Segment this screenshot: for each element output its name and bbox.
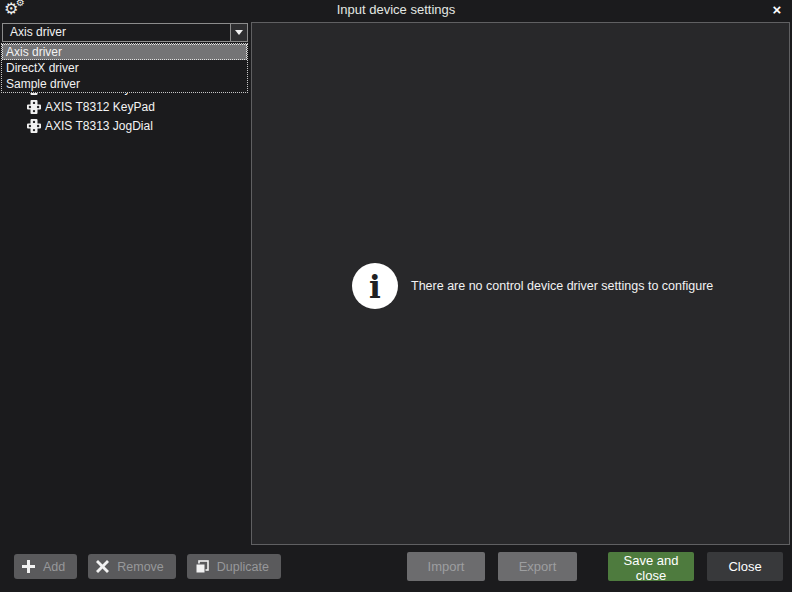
driver-option-directx[interactable]: DirectX driver [2, 60, 247, 76]
info-message: There are no control device driver setti… [411, 279, 713, 293]
add-button-label: Add [43, 560, 65, 574]
x-icon [96, 560, 109, 573]
tree-item-label: AXIS T8313 JogDial [45, 119, 153, 133]
title-bar: ⚙ ⚙ Input device settings × [0, 0, 792, 22]
driver-select-popup: Axis driver DirectX driver Sample driver [1, 43, 248, 93]
duplicate-button[interactable]: Duplicate [187, 554, 281, 579]
plus-icon [22, 560, 35, 573]
driver-select-dropdown-button[interactable] [230, 24, 247, 41]
add-button[interactable]: Add [14, 554, 77, 579]
copy-icon [195, 560, 209, 574]
remove-button[interactable]: Remove [88, 554, 176, 579]
dpad-icon [27, 119, 41, 133]
driver-settings-panel: i There are no control device driver set… [251, 22, 790, 545]
driver-select-value: Axis driver [10, 24, 66, 41]
window-close-icon[interactable]: × [769, 0, 785, 20]
remove-button-label: Remove [117, 560, 164, 574]
info-icon: i [352, 263, 398, 309]
export-button[interactable]: Export [498, 552, 577, 581]
tree-item-keypad[interactable]: AXIS T8312 KeyPad [0, 97, 250, 116]
info-message-row: i There are no control device driver set… [352, 263, 713, 309]
save-and-close-button[interactable]: Save and close [608, 552, 694, 581]
tree-item-jogdial[interactable]: AXIS T8313 JogDial [0, 116, 250, 135]
import-button[interactable]: Import [407, 552, 485, 581]
driver-select[interactable]: Axis driver [2, 23, 248, 42]
window-title: Input device settings [0, 0, 792, 22]
dpad-icon [27, 100, 41, 114]
close-button[interactable]: Close [707, 552, 783, 581]
driver-option-axis[interactable]: Axis driver [2, 44, 247, 60]
driver-option-sample[interactable]: Sample driver [2, 76, 247, 92]
chevron-down-icon [235, 30, 243, 35]
tree-item-label: AXIS T8312 KeyPad [45, 100, 155, 114]
duplicate-button-label: Duplicate [217, 560, 269, 574]
tree-toolbar: Add Remove Duplicate [14, 554, 281, 579]
